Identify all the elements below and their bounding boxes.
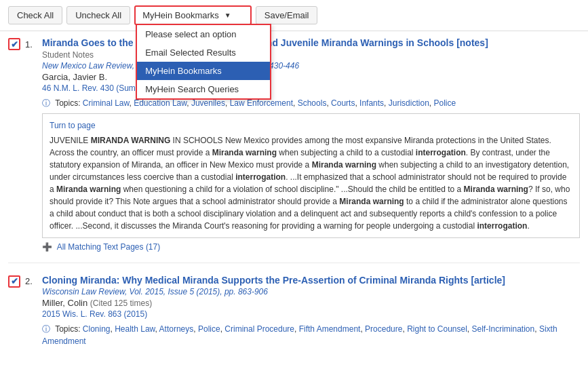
results-list: ✔ 1. Miranda Goes to the Principal's Off… [0, 31, 588, 379]
topic-right-to-counsel[interactable]: Right to Counsel [407, 324, 467, 334]
dropdown-option-myhein-bookmarks[interactable]: MyHein Bookmarks [137, 62, 270, 80]
turn-to-page-link-1[interactable]: Turn to page [50, 119, 572, 132]
dropdown-option-myhein-search-queries[interactable]: MyHein Search Queries [137, 80, 270, 98]
topic-courts[interactable]: Courts [331, 98, 355, 108]
topic-police-2[interactable]: Police [198, 324, 220, 334]
result-author-1: Garcia, Javier B. [42, 72, 580, 82]
result-topics-1: ⓘ Topics: Criminal Law, Education Law, J… [42, 97, 580, 109]
result-number-1: 1. [25, 39, 33, 50]
turn-to-page-box-1: Turn to page JUVENILE MIRANDA WARNING IN… [42, 113, 580, 238]
checkbox-wrapper-1: ✔ 1. [8, 38, 33, 50]
dropdown-selected-label: MyHein Bookmarks [142, 10, 219, 20]
topics-icon-1: ⓘ [42, 98, 50, 108]
topics-icon-2: ⓘ [42, 324, 50, 334]
topic-fifth-amendment[interactable]: Fifth Amendment [299, 324, 361, 334]
result-number-2: 2. [25, 276, 33, 286]
table-row: ✔ 2. Cloning Miranda: Why Medical Mirand… [8, 274, 580, 363]
topic-procedure[interactable]: Procedure [365, 324, 402, 334]
topic-health-law[interactable]: Health Law [115, 324, 155, 334]
topic-police[interactable]: Police [433, 98, 456, 108]
topic-self-incrimination[interactable]: Self-Incrimination [472, 324, 535, 334]
save-email-button[interactable]: Save/Email [256, 6, 318, 24]
result-citation-1[interactable]: 46 N.M. L. Rev. 430 (Summer 2016) [42, 83, 580, 93]
result-journal-2: Wisconsin Law Review, Vol. 2015, Issue 5… [42, 287, 580, 296]
matching-pages-icon: ➕ [42, 242, 52, 252]
excerpt-1: JUVENILE MIRANDA WARNING IN SCHOOLS New … [50, 136, 570, 231]
result-checkbox-col-2: ✔ 2. [8, 274, 42, 288]
check-all-button[interactable]: Check All [8, 6, 62, 24]
dropdown-option-email-selected[interactable]: Email Selected Results [137, 43, 270, 62]
result-topics-2: ⓘ Topics: Cloning, Health Law, Attorneys… [42, 323, 580, 347]
result-type-1: Student Notes [42, 50, 580, 60]
result-checkbox-col-1: ✔ 1. [8, 37, 42, 50]
topic-schools[interactable]: Schools [298, 98, 327, 108]
topics-label-1: Topics: [55, 98, 83, 108]
topic-infants[interactable]: Infants [359, 98, 384, 108]
dropdown-wrapper: MyHein Bookmarks ▼ Please select an opti… [134, 5, 252, 25]
checkbox-check-icon: ✔ [11, 39, 18, 50]
result-author-2: Miller, Colin (Cited 125 times) [42, 298, 580, 308]
matching-pages-link-1[interactable]: All Matching Text Pages (17) [57, 242, 161, 252]
table-row: ✔ 1. Miranda Goes to the Principal's Off… [8, 37, 580, 263]
dropdown-arrow-icon: ▼ [224, 12, 231, 19]
topic-attorneys[interactable]: Attorneys [159, 324, 194, 334]
matching-pages-1: ➕ All Matching Text Pages (17) [42, 242, 580, 252]
result-journal-1: New Mexico Law Review, Vol. 46, Issue 2 … [42, 61, 580, 71]
topic-jurisdiction[interactable]: Jurisdiction [389, 98, 429, 108]
dropdown-option-please-select[interactable]: Please select an option [137, 25, 270, 43]
topic-criminal-law[interactable]: Criminal Law [83, 98, 130, 108]
result-checkbox-1[interactable]: ✔ [8, 38, 20, 50]
cited-times-2: (Cited 125 times) [90, 298, 152, 308]
uncheck-all-button[interactable]: Uncheck All [66, 6, 130, 24]
toolbar: Check All Uncheck All MyHein Bookmarks ▼… [0, 0, 588, 31]
topic-criminal-procedure[interactable]: Criminal Procedure [224, 324, 294, 334]
result-citation-2[interactable]: 2015 Wis. L. Rev. 863 (2015) [42, 309, 580, 319]
dropdown-menu: Please select an option Email Selected R… [136, 24, 271, 100]
checkbox-wrapper-2: ✔ 2. [8, 275, 33, 288]
result-content-2: Cloning Miranda: Why Medical Miranda Sup… [42, 274, 580, 352]
result-content-1: Miranda Goes to the Principal's Office: … [42, 37, 580, 252]
result-checkbox-2[interactable]: ✔ [8, 275, 20, 288]
dropdown-trigger[interactable]: MyHein Bookmarks ▼ [136, 7, 250, 24]
topic-cloning[interactable]: Cloning [83, 324, 111, 334]
checkbox-check-icon-2: ✔ [11, 276, 18, 286]
result-title-2[interactable]: Cloning Miranda: Why Medical Miranda Sup… [42, 275, 505, 286]
topics-label-2: Topics: [55, 324, 83, 334]
